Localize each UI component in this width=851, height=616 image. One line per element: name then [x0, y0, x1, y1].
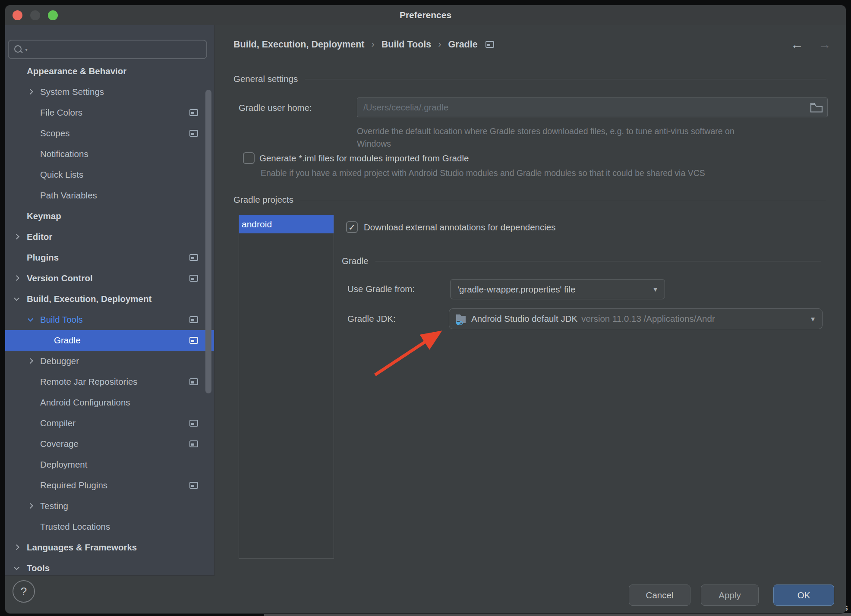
sidebar-item-label: Required Plugins	[40, 480, 107, 490]
sidebar-item-keymap[interactable]: Keymap	[5, 206, 214, 226]
search-input[interactable]	[28, 41, 206, 58]
breadcrumb-separator: ›	[437, 39, 442, 50]
sidebar-item-coverage[interactable]: Coverage	[5, 434, 214, 454]
sidebar-item-scopes[interactable]: Scopes	[5, 123, 214, 144]
use-gradle-from-dropdown[interactable]: 'gradle-wrapper.properties' file ▼	[450, 279, 665, 299]
breadcrumb-segment-gradle[interactable]: Gradle	[448, 39, 478, 50]
sidebar-item-android-configurations[interactable]: Android Configurations	[5, 392, 214, 413]
window-title: Preferences	[400, 10, 451, 20]
sidebar-item-file-colors[interactable]: File Colors	[5, 102, 214, 123]
gradle-jdk-label: Gradle JDK:	[347, 314, 396, 324]
chevron-right-icon[interactable]	[28, 89, 33, 94]
close-button[interactable]	[13, 10, 22, 20]
sidebar-item-label: Quick Lists	[40, 170, 83, 180]
sidebar-item-label: Debugger	[40, 356, 79, 366]
minimize-button[interactable]	[30, 10, 40, 20]
sidebar-item-editor[interactable]: Editor	[5, 226, 214, 247]
dropdown-arrow-icon[interactable]: ▼	[810, 315, 822, 323]
sidebar-item-tools[interactable]: Tools	[5, 558, 214, 576]
sidebar-item-label: Gradle	[54, 335, 81, 346]
sidebar-item-debugger[interactable]: Debugger	[5, 351, 214, 371]
gradle-jdk-dropdown[interactable]: Android Studio default JDK version 11.0.…	[449, 308, 823, 329]
sidebar-item-label: Deployment	[40, 459, 87, 470]
sidebar-item-label: Languages & Frameworks	[27, 542, 137, 553]
chevron-right-icon[interactable]	[14, 544, 19, 550]
sidebar-item-deployment[interactable]: Deployment	[5, 454, 214, 475]
generate-iml-hint: Enable if you have a mixed project with …	[261, 168, 705, 178]
annotation-arrow	[363, 322, 454, 385]
ok-button[interactable]: OK	[773, 585, 834, 606]
download-annotations-label[interactable]: Download external annotations for depend…	[364, 222, 555, 233]
gradle-user-home-input[interactable]	[357, 98, 810, 117]
use-gradle-from-label: Use Gradle from:	[347, 284, 415, 294]
sidebar-item-label: Compiler	[40, 418, 76, 428]
sidebar-item-appearance-behavior[interactable]: Appearance & Behavior	[5, 61, 214, 82]
sidebar-item-version-control[interactable]: Version Control	[5, 268, 214, 289]
chevron-down-icon[interactable]	[14, 565, 19, 570]
sidebar-item-plugins[interactable]: Plugins	[5, 247, 214, 268]
settings-window-icon	[189, 109, 198, 116]
dropdown-arrow-icon[interactable]: ▼	[652, 286, 665, 293]
gradle-user-home-field[interactable]	[357, 97, 828, 117]
dialog-footer: ? CancelApplyOK	[5, 576, 846, 613]
separator-line	[300, 200, 826, 200]
titlebar: Preferences	[5, 5, 846, 25]
settings-window-icon	[189, 337, 198, 344]
settings-window-icon	[189, 440, 198, 447]
sidebar-item-required-plugins[interactable]: Required Plugins	[5, 475, 214, 496]
sidebar-item-label: Appearance & Behavior	[27, 66, 126, 76]
sidebar-scrollbar-thumb[interactable]	[205, 90, 211, 393]
settings-window-icon	[189, 254, 198, 261]
sidebar-items: Appearance & BehaviorSystem SettingsFile…	[5, 61, 214, 576]
gradle-projects-list[interactable]: android	[239, 215, 334, 559]
settings-search-field[interactable]: ▾	[8, 40, 207, 59]
cancel-button[interactable]: Cancel	[629, 585, 690, 606]
sidebar-item-compiler[interactable]: Compiler	[5, 413, 214, 434]
sidebar-item-label: Android Configurations	[40, 397, 130, 408]
settings-window-icon	[189, 316, 198, 323]
apply-button[interactable]: Apply	[701, 585, 759, 606]
sidebar-item-system-settings[interactable]: System Settings	[5, 82, 214, 102]
sidebar-item-languages-frameworks[interactable]: Languages & Frameworks	[5, 537, 214, 558]
chevron-down-icon[interactable]	[28, 316, 33, 322]
breadcrumb-segment-build-tools[interactable]: Build Tools	[381, 39, 431, 50]
desktop-strip	[264, 613, 851, 616]
chevron-right-icon[interactable]	[14, 234, 19, 239]
chevron-right-icon[interactable]	[28, 503, 33, 509]
generate-iml-label[interactable]: Generate *.iml files for modules importe…	[259, 153, 469, 163]
sidebar-item-label: Remote Jar Repositories	[40, 377, 138, 387]
sidebar-item-label: Testing	[40, 501, 68, 511]
sidebar-item-trusted-locations[interactable]: Trusted Locations	[5, 516, 214, 537]
gradle-subsection-header: Gradle	[342, 255, 821, 267]
sidebar-item-label: Plugins	[27, 252, 59, 263]
sidebar-item-label: File Colors	[40, 107, 82, 118]
sidebar-item-label: Keymap	[27, 211, 61, 221]
settings-window-icon	[189, 482, 198, 489]
sidebar-item-build-tools[interactable]: Build Tools	[5, 309, 214, 330]
chevron-down-icon[interactable]	[14, 295, 19, 301]
search-options-caret-icon[interactable]: ▾	[25, 47, 28, 53]
chevron-right-icon[interactable]	[28, 358, 33, 364]
sidebar-item-quick-lists[interactable]: Quick Lists	[5, 164, 214, 185]
sidebar-item-label: Tools	[27, 563, 50, 573]
project-list-item-android[interactable]: android	[239, 215, 334, 233]
navigate-back-icon[interactable]: ←	[791, 37, 804, 52]
gradle-projects-header: Gradle projects	[233, 194, 826, 205]
generate-iml-checkbox[interactable]: ✓	[243, 152, 255, 164]
sidebar-item-testing[interactable]: Testing	[5, 496, 214, 516]
sidebar-item-gradle[interactable]: Gradle	[5, 330, 214, 351]
sidebar-item-build-execution-deployment[interactable]: Build, Execution, Deployment	[5, 289, 214, 309]
zoom-button[interactable]	[48, 10, 58, 20]
sidebar-item-remote-jar-repositories[interactable]: Remote Jar Repositories	[5, 371, 214, 392]
help-button[interactable]: ?	[13, 580, 35, 603]
chevron-right-icon[interactable]	[14, 275, 19, 281]
sidebar-item-path-variables[interactable]: Path Variables	[5, 185, 214, 206]
settings-window-icon	[189, 420, 198, 427]
sidebar-item-label: Notifications	[40, 149, 88, 159]
sidebar-item-label: Trusted Locations	[40, 522, 110, 532]
breadcrumb-segment-build-execution-deployment[interactable]: Build, Execution, Deployment	[233, 39, 364, 50]
download-annotations-checkbox[interactable]: ✓	[346, 221, 358, 233]
sidebar-item-notifications[interactable]: Notifications	[5, 144, 214, 164]
sidebar-item-label: Editor	[27, 232, 52, 242]
folder-browse-icon[interactable]	[810, 102, 823, 113]
